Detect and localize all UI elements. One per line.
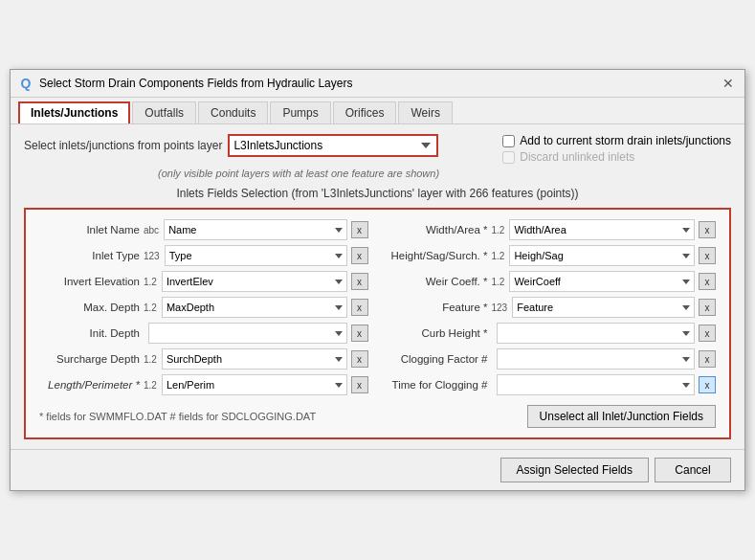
discard-unlinked-checkbox[interactable] [502,151,515,164]
field-row-max-depth: Max. Depth 1.2 MaxDepth x [39,297,368,318]
main-content: Select inlets/junctions from points laye… [11,124,744,449]
left-fields-col: Inlet Name abc Name x Inlet Type 123 Typ… [39,219,368,395]
max-depth-prefix: 1.2 [144,302,157,313]
hint-text: (only visible point layers with at least… [158,168,731,179]
inlet-name-clear[interactable]: x [351,221,368,238]
tab-conduits[interactable]: Conduits [198,101,268,123]
field-row-weir-coeff: Weir Coeff. * 1.2 WeirCoeff x [388,271,717,292]
height-sag-prefix: 1.2 [492,251,505,261]
field-row-inlet-type: Inlet Type 123 Type x [39,245,368,266]
close-button[interactable]: ✕ [720,75,737,92]
fields-box: Inlet Name abc Name x Inlet Type 123 Typ… [24,208,731,439]
inlet-name-select[interactable]: Name [164,219,346,240]
field-row-clogging-factor: Clogging Factor # x [388,348,717,370]
fields-grid: Inlet Name abc Name x Inlet Type 123 Typ… [39,219,716,395]
weir-coeff-prefix: 1.2 [492,277,505,287]
add-to-current-row: Add to current storm drain inlets/juncti… [502,134,731,147]
clogging-factor-label: Clogging Factor # [388,353,488,365]
time-clogging-label: Time for Clogging # [388,379,488,391]
surcharge-depth-label: Surcharge Depth [39,353,140,365]
init-depth-clear[interactable]: x [351,325,368,342]
surcharge-depth-clear[interactable]: x [351,350,368,368]
footer-note: * fields for SWMMFLO.DAT # fields for SD… [39,411,316,422]
tab-inlets[interactable]: Inlets/Junctions [18,101,130,123]
top-row: Select inlets/junctions from points laye… [24,134,731,164]
field-row-length-perimeter: Length/Perimeter * 1.2 Len/Perim x [39,374,368,395]
tab-orifices[interactable]: Orifices [333,101,397,123]
max-depth-select[interactable]: MaxDepth [162,297,347,318]
right-fields-col: Width/Area * 1.2 Width/Area x Height/Sag… [388,219,717,395]
main-dialog: Q Select Storm Drain Components Fields f… [10,69,745,491]
dialog-footer: Assign Selected Fields Cancel [11,449,744,490]
field-row-feature: Feature * 123 Feature x [388,297,717,318]
max-depth-clear[interactable]: x [351,299,368,316]
width-area-clear[interactable]: x [699,221,716,238]
curb-height-label: Curb Height * [388,327,488,339]
curb-height-clear[interactable]: x [699,325,716,342]
inlet-name-prefix: abc [144,225,159,235]
layer-select[interactable]: L3InletsJunctions [228,134,438,157]
init-depth-label: Init. Depth [39,327,140,339]
inlet-type-prefix: 123 [144,251,160,261]
field-row-inlet-name: Inlet Name abc Name x [39,219,368,240]
inlet-type-clear[interactable]: x [351,247,368,264]
title-bar: Q Select Storm Drain Components Fields f… [11,70,744,98]
discard-unlinked-label: Discard unlinked inlets [520,150,634,164]
inlet-type-label: Inlet Type [39,250,140,261]
feature-label: Feature * [388,302,488,313]
right-checkboxes: Add to current storm drain inlets/juncti… [502,134,731,164]
length-perimeter-label: Length/Perimeter * [39,379,140,391]
clogging-factor-select[interactable] [497,348,696,370]
surcharge-depth-select[interactable]: SurchDepth [162,348,347,370]
feature-clear[interactable]: x [699,299,716,316]
feature-select[interactable]: Feature [512,297,695,318]
tab-outfalls[interactable]: Outfalls [132,101,196,123]
surcharge-depth-prefix: 1.2 [144,354,157,365]
inlet-name-label: Inlet Name [39,224,140,235]
feature-prefix: 123 [492,302,508,313]
width-area-label: Width/Area * [388,224,488,235]
inlet-type-select[interactable]: Type [165,245,347,266]
select-row: Select inlets/junctions from points laye… [24,134,438,157]
field-row-surcharge-depth: Surcharge Depth 1.2 SurchDepth x [39,348,368,370]
assign-fields-button[interactable]: Assign Selected Fields [500,458,649,482]
tab-pumps[interactable]: Pumps [270,101,330,123]
length-perimeter-select[interactable]: Len/Perim [162,374,347,395]
select-label: Select inlets/junctions from points laye… [24,139,222,152]
field-row-init-depth: Init. Depth x [39,323,368,344]
init-depth-select[interactable] [148,323,347,344]
invert-elev-select[interactable]: InvertElev [162,271,347,292]
unselect-all-button[interactable]: Unselect all Inlet/Junction Fields [527,405,716,428]
time-clogging-clear[interactable]: x [699,376,716,393]
field-row-invert-elev: Invert Elevation 1.2 InvertElev x [39,271,368,292]
height-sag-select[interactable]: Heigh/Sag [509,245,695,266]
field-row-height-sag: Height/Sag/Surch. * 1.2 Heigh/Sag x [388,245,717,266]
add-to-current-checkbox[interactable] [502,135,515,147]
section-title: Inlets Fields Selection (from 'L3InletsJ… [24,187,731,200]
weir-coeff-label: Weir Coeff. * [388,276,488,287]
cancel-button[interactable]: Cancel [655,458,731,482]
length-perimeter-clear[interactable]: x [351,376,368,393]
weir-coeff-clear[interactable]: x [699,273,716,290]
discard-unlinked-row: Discard unlinked inlets [502,150,731,164]
tab-weirs[interactable]: Weirs [398,101,452,123]
weir-coeff-select[interactable]: WeirCoeff [509,271,695,292]
time-clogging-select[interactable] [497,374,696,395]
tabs-bar: Inlets/Junctions Outfalls Conduits Pumps… [11,98,744,124]
dialog-title: Select Storm Drain Components Fields fro… [39,77,352,90]
width-area-select[interactable]: Width/Area [509,219,695,240]
max-depth-label: Max. Depth [39,302,140,313]
app-icon: Q [18,76,33,91]
length-perimeter-prefix: 1.2 [144,380,157,391]
invert-elev-prefix: 1.2 [144,277,157,287]
height-sag-label: Height/Sag/Surch. * [388,250,488,261]
width-area-prefix: 1.2 [492,225,505,235]
field-row-time-clogging: Time for Clogging # x [388,374,717,395]
invert-elev-clear[interactable]: x [351,273,368,290]
add-to-current-label: Add to current storm drain inlets/juncti… [520,134,731,147]
title-bar-left: Q Select Storm Drain Components Fields f… [18,76,352,91]
fields-footer: * fields for SWMMFLO.DAT # fields for SD… [39,405,716,428]
curb-height-select[interactable] [497,323,696,344]
height-sag-clear[interactable]: x [699,247,716,264]
clogging-factor-clear[interactable]: x [699,350,716,368]
